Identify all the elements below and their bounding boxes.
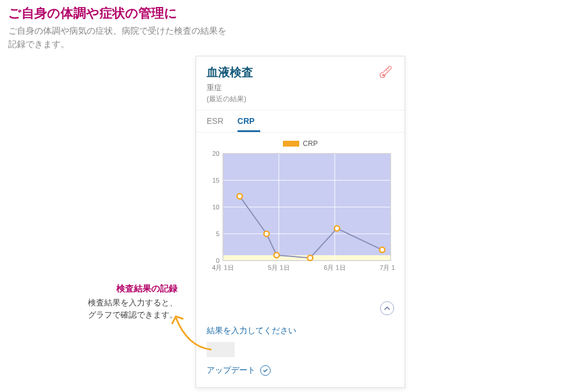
input-label: 結果を入力してください xyxy=(207,326,394,336)
chevron-up-icon xyxy=(384,305,390,311)
collapse-row xyxy=(196,278,405,320)
svg-point-0 xyxy=(382,74,385,76)
crp-chart: 051015204月 1日5月 1日6月 1日7月 1日 xyxy=(207,151,395,273)
tab-crp[interactable]: CRP xyxy=(238,111,261,132)
tab-esr[interactable]: ESR xyxy=(207,111,229,132)
legend-swatch xyxy=(283,141,299,147)
card-recent-note: (最近の結果) xyxy=(207,94,394,104)
svg-text:15: 15 xyxy=(212,177,219,184)
svg-text:20: 20 xyxy=(212,151,219,157)
page-subtitle: ご自身の体調や病気の症状、病院で受けた検査の結果を 記録できます。 xyxy=(0,24,567,55)
legend-label: CRP xyxy=(303,140,317,148)
svg-point-26 xyxy=(274,252,279,258)
subtitle-line-1: ご自身の体調や病気の症状、病院で受けた検査の結果を xyxy=(8,26,226,35)
update-row: アップデート xyxy=(207,365,394,376)
subtitle-line-2: 記録できます。 xyxy=(8,39,69,49)
card-title: 血液検査 xyxy=(207,65,394,80)
svg-point-28 xyxy=(334,226,339,231)
input-section: 結果を入力してください アップデート xyxy=(196,320,405,387)
svg-point-24 xyxy=(237,194,242,199)
card-header: 血液検査 重症 (最近の結果) xyxy=(196,56,405,110)
svg-point-27 xyxy=(307,255,313,261)
callout-line-2: グラフで確認できます。 xyxy=(88,310,178,319)
callout-title: 検査結果の記録 xyxy=(61,283,178,294)
svg-text:5月 1日: 5月 1日 xyxy=(268,264,289,271)
svg-text:10: 10 xyxy=(212,204,219,211)
chart-legend: CRP xyxy=(207,140,394,148)
update-button[interactable] xyxy=(260,365,271,376)
svg-text:4月 1日: 4月 1日 xyxy=(212,264,233,271)
svg-point-29 xyxy=(380,247,385,252)
card-severity: 重症 xyxy=(207,83,394,93)
callout-line-1: 検査結果を入力すると、 xyxy=(88,298,178,307)
check-icon xyxy=(263,368,268,373)
blood-test-card: 血液検査 重症 (最近の結果) ESR CRP CRP 051015204月 1… xyxy=(196,56,405,388)
svg-line-2 xyxy=(386,70,387,71)
svg-rect-4 xyxy=(223,154,391,255)
svg-text:5: 5 xyxy=(216,230,219,237)
result-input[interactable] xyxy=(207,342,235,357)
callout-text: 検査結果を入力すると、 グラフで確認できます。 xyxy=(61,297,178,321)
thermometer-icon xyxy=(379,63,395,80)
svg-line-1 xyxy=(388,68,389,69)
svg-text:6月 1日: 6月 1日 xyxy=(324,264,345,271)
update-label[interactable]: アップデート xyxy=(207,365,256,376)
page-title: ご自身の体調や症状の管理に xyxy=(0,0,567,24)
chart-area: CRP 051015204月 1日5月 1日6月 1日7月 1日 xyxy=(196,133,405,278)
svg-text:7月 1日: 7月 1日 xyxy=(380,264,395,271)
callout: 検査結果の記録 検査結果を入力すると、 グラフで確認できます。 xyxy=(61,283,178,321)
svg-point-25 xyxy=(264,231,269,237)
tab-bar: ESR CRP xyxy=(196,110,405,133)
collapse-button[interactable] xyxy=(380,301,394,315)
svg-text:0: 0 xyxy=(216,257,219,264)
